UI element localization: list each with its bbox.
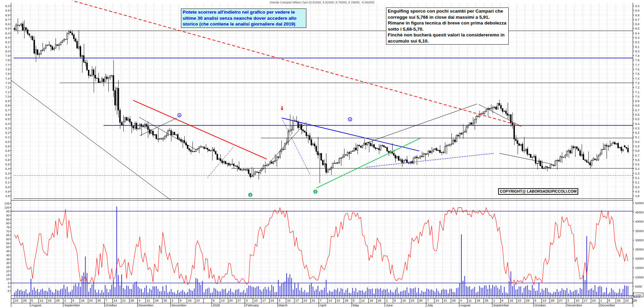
- chart-title: Davide Campari Milano SpA (5.91000, 5.91…: [0, 1, 644, 4]
- stock-chart-window: Davide Campari Milano SpA (5.91000, 5.91…: [0, 0, 644, 307]
- analysis-note: Engulfing sporco con pochi scambi per Ca…: [386, 7, 509, 45]
- copyright-badge: COPYRIGHT@ LABORSADEIPICCOLI.COM: [498, 188, 578, 195]
- price-volume-chart-canvas[interactable]: [0, 0, 644, 307]
- scroll-hint-note: Potete scorrere all'indietro nel grafico…: [181, 9, 306, 28]
